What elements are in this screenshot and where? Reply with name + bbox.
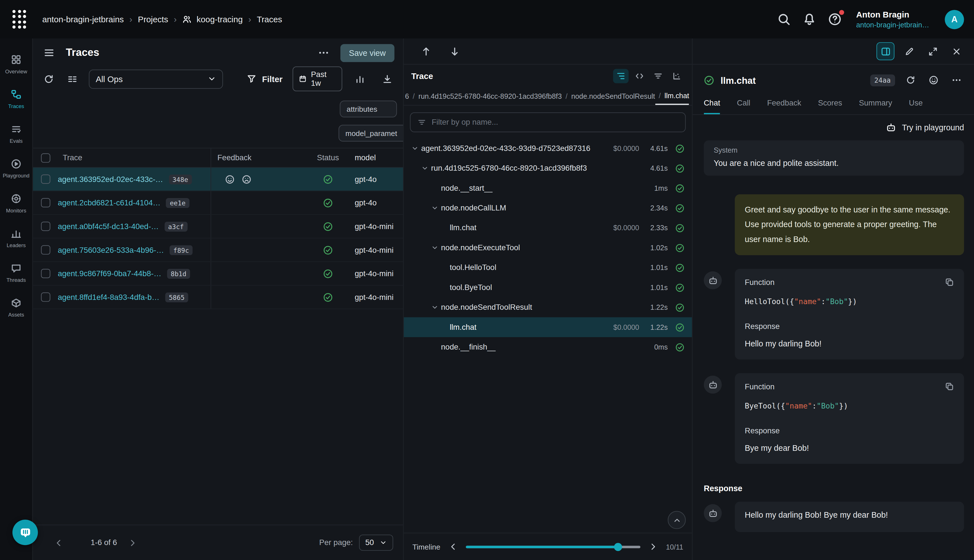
tree-node[interactable]: node.__finish__ 0ms bbox=[404, 337, 692, 357]
sidebar-item-evals[interactable]: Evals bbox=[0, 118, 32, 150]
row-checkbox[interactable] bbox=[41, 222, 50, 231]
close-icon[interactable] bbox=[947, 42, 965, 60]
positive-feedback-icon[interactable] bbox=[225, 174, 235, 184]
row-checkbox[interactable] bbox=[41, 293, 50, 302]
scatter-chart-icon[interactable] bbox=[669, 68, 684, 83]
trace-breadcrumb-current[interactable]: llm.chat bbox=[655, 87, 689, 105]
tree-node[interactable]: agent.363952ed-02ec-433c-93d9-d7523ed873… bbox=[404, 138, 692, 158]
per-page-select[interactable]: 50 bbox=[359, 535, 393, 551]
tab-call[interactable]: Call bbox=[737, 93, 750, 114]
tab-chat[interactable]: Chat bbox=[704, 93, 720, 114]
split-view-icon[interactable] bbox=[876, 42, 894, 60]
more-options-icon[interactable] bbox=[949, 73, 964, 87]
copy-icon[interactable] bbox=[945, 382, 954, 391]
column-chip-attributes[interactable]: attributes bbox=[340, 101, 397, 117]
retry-refresh-icon[interactable] bbox=[903, 73, 918, 87]
tree-node[interactable]: node.nodeExecuteTool 1.02s bbox=[404, 238, 692, 258]
row-checkbox[interactable] bbox=[41, 245, 50, 255]
row-checkbox[interactable] bbox=[41, 174, 50, 184]
row-checkbox[interactable] bbox=[41, 269, 50, 278]
sidebar-item-playground[interactable]: Playground bbox=[0, 153, 32, 184]
call-hash-badge[interactable]: 24aa bbox=[870, 74, 895, 86]
negative-feedback-icon[interactable] bbox=[242, 174, 252, 184]
timeline-slider[interactable] bbox=[466, 545, 640, 548]
table-row[interactable]: agent.9c867f69-0ba7-44b8-… 8b1d gpt-4o-m… bbox=[33, 262, 403, 286]
ops-filter-select[interactable]: All Ops bbox=[89, 69, 223, 88]
chevron-down-icon[interactable] bbox=[431, 204, 441, 212]
tree-node[interactable]: node.__start__ 1ms bbox=[404, 178, 692, 198]
tree-view-icon[interactable] bbox=[613, 68, 629, 83]
tree-node[interactable]: tool.ByeTool 1.01s bbox=[404, 278, 692, 297]
next-page-icon[interactable] bbox=[128, 538, 137, 547]
breadcrumb-projects[interactable]: Projects bbox=[138, 15, 168, 24]
next-trace-icon[interactable] bbox=[447, 44, 462, 59]
sidebar-item-assets[interactable]: Assets bbox=[0, 292, 32, 323]
table-row[interactable]: agent.2cbd6821-c61d-4104… ee1e gpt-4o bbox=[33, 191, 403, 215]
chart-view-icon[interactable] bbox=[352, 72, 367, 86]
chevron-down-icon[interactable] bbox=[421, 165, 431, 172]
sidebar-item-overview[interactable]: Overview bbox=[0, 48, 32, 80]
scroll-to-top-button[interactable] bbox=[668, 511, 686, 529]
filter-button[interactable]: Filter bbox=[247, 74, 282, 84]
sidebar-item-threads[interactable]: Threads bbox=[0, 257, 32, 288]
chevron-down-icon[interactable] bbox=[431, 244, 441, 252]
column-chip-model-parameters[interactable]: model_paramet bbox=[339, 125, 404, 141]
export-download-icon[interactable] bbox=[380, 72, 395, 86]
trace-link[interactable]: agent.75603e26-533a-4b96-… bbox=[58, 245, 164, 254]
timeline-slider-handle[interactable] bbox=[614, 543, 622, 551]
flame-graph-icon[interactable] bbox=[650, 68, 666, 83]
tab-scores[interactable]: Scores bbox=[818, 93, 842, 114]
op-filter-input[interactable] bbox=[432, 118, 679, 127]
manage-columns-icon[interactable] bbox=[65, 72, 79, 86]
breadcrumb-project[interactable]: koog-tracing bbox=[182, 14, 243, 24]
sidebar-item-traces[interactable]: Traces bbox=[0, 83, 32, 115]
trace-link[interactable]: agent.9c867f69-0ba7-44b8-… bbox=[58, 269, 162, 278]
tree-node[interactable]: node.nodeCallLLM 2.34s bbox=[404, 198, 692, 218]
tree-node-selected[interactable]: llm.chat $0.0000 1.22s bbox=[404, 317, 692, 337]
breadcrumb-traces[interactable]: Traces bbox=[257, 15, 282, 24]
help-icon[interactable] bbox=[828, 12, 842, 26]
tab-summary[interactable]: Summary bbox=[859, 93, 892, 114]
save-view-button[interactable]: Save view bbox=[340, 44, 394, 62]
table-row[interactable]: agent.a0bf4c5f-dc13-40ed-… a3cf gpt-4o-m… bbox=[33, 215, 403, 238]
notifications-bell-icon[interactable] bbox=[803, 12, 816, 26]
breadcrumb-org[interactable]: anton-bragin-jetbrains bbox=[42, 15, 124, 24]
support-chat-button[interactable] bbox=[12, 520, 38, 545]
prev-page-icon[interactable] bbox=[54, 538, 63, 547]
collapse-sidebar-icon[interactable] bbox=[42, 45, 57, 60]
edit-pencil-icon[interactable] bbox=[900, 42, 918, 60]
tree-node[interactable]: run.4d19c525-6780-46cc-8920-1acd396fb8f3… bbox=[404, 158, 692, 178]
more-options-icon[interactable] bbox=[316, 45, 331, 60]
trace-link[interactable]: agent.363952ed-02ec-433c-… bbox=[58, 175, 163, 184]
trace-breadcrumb-node[interactable]: node.nodeSendToolResult bbox=[562, 87, 655, 105]
trace-link[interactable]: agent.8ffd1ef4-8a93-4dfa-b… bbox=[58, 293, 160, 302]
select-all-checkbox[interactable] bbox=[41, 153, 50, 162]
app-logo[interactable] bbox=[12, 10, 26, 29]
search-icon[interactable] bbox=[777, 12, 791, 26]
code-view-icon[interactable] bbox=[632, 68, 647, 83]
tab-use[interactable]: Use bbox=[909, 93, 922, 114]
trace-breadcrumb-run[interactable]: run.4d19c525-6780-46cc-8920-1acd396fb8f3 bbox=[409, 87, 562, 105]
tree-node[interactable]: tool.HelloTool 1.01s bbox=[404, 258, 692, 277]
prev-trace-icon[interactable] bbox=[419, 44, 434, 59]
chevron-down-icon[interactable] bbox=[431, 303, 441, 311]
table-row[interactable]: agent.8ffd1ef4-8a93-4dfa-b… 5865 gpt-4o-… bbox=[33, 285, 403, 309]
copy-icon[interactable] bbox=[945, 278, 954, 287]
time-range-chip[interactable]: Past 1w bbox=[292, 66, 342, 91]
sidebar-item-leaders[interactable]: Leaders bbox=[0, 222, 32, 254]
table-row[interactable]: agent.75603e26-533a-4b96-… f89c gpt-4o-m… bbox=[33, 238, 403, 262]
table-row[interactable]: agent.363952ed-02ec-433c-… 348e gpt-4o bbox=[33, 168, 403, 191]
tree-node[interactable]: node.nodeSendToolResult 1.22s bbox=[404, 297, 692, 317]
sidebar-item-monitors[interactable]: Monitors bbox=[0, 188, 32, 219]
user-menu[interactable]: Anton Bragin anton-bragin-jetbrain… bbox=[856, 10, 929, 28]
timeline-next-icon[interactable] bbox=[649, 542, 658, 551]
trace-link[interactable]: agent.a0bf4c5f-dc13-40ed-… bbox=[58, 222, 159, 231]
chevron-down-icon[interactable] bbox=[411, 145, 421, 152]
timeline-prev-icon[interactable] bbox=[449, 542, 458, 551]
try-in-playground-button[interactable]: Try in playground bbox=[886, 122, 964, 133]
row-checkbox[interactable] bbox=[41, 198, 50, 207]
trace-link[interactable]: agent.2cbd6821-c61d-4104… bbox=[58, 198, 160, 207]
tree-node[interactable]: llm.chat $0.0000 2.33s bbox=[404, 218, 692, 238]
refresh-icon[interactable] bbox=[42, 72, 55, 86]
avatar[interactable]: A bbox=[945, 10, 964, 29]
